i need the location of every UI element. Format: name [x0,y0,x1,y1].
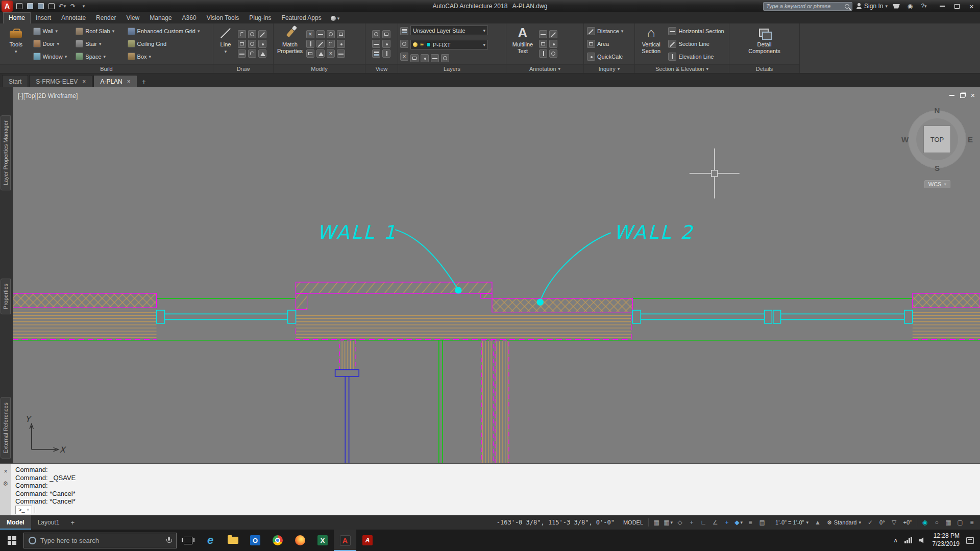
taskbar-search-input[interactable] [40,537,162,544]
acrobat-button[interactable]: A [356,530,379,551]
model-space-toggle[interactable]: MODEL [620,519,646,525]
navigation-bar-icon[interactable] [382,49,390,58]
filter-icon[interactable]: ▽ [889,517,900,528]
vertical-section-button[interactable]: ⌂ Vertical Section [637,25,665,63]
save-icon[interactable] [36,2,46,11]
action-center-icon[interactable] [966,537,974,544]
help-search-input[interactable] [766,3,843,9]
zoom-icon[interactable] [382,40,390,48]
autocad-taskbar-button[interactable]: A [334,530,356,551]
tab-plug-ins[interactable]: Plug-ins [244,13,276,23]
tab-annotate[interactable]: Annotate [56,13,91,23]
layer-properties-icon[interactable] [400,27,408,35]
annotation-visibility-icon[interactable]: ▲ [812,517,823,528]
tab-home[interactable]: Home [3,12,31,23]
outlook-button[interactable]: O [244,530,266,551]
section-line-button[interactable]: Section Line [667,39,727,49]
viewcube-top-face[interactable]: TOP [923,126,951,153]
revision-cloud-icon[interactable] [549,49,557,58]
command-history[interactable]: Command: Command: _QSAVE Command: Comman… [11,464,980,515]
minimize-button[interactable] [935,0,949,12]
named-views-icon[interactable] [382,30,390,38]
layer-properties-manager-palette[interactable]: Layer Properties Manager [1,115,11,190]
details-panel-label[interactable]: Details [729,64,799,73]
elevation-display[interactable]: +0" [900,519,915,525]
viewport-config-icon[interactable] [372,49,380,58]
annotation-scale-button[interactable]: 1'-0" = 1'-0"▾ [772,519,812,525]
tab-a-plan[interactable]: A-PLAN× [93,75,137,87]
elevation-line-button[interactable]: Elevation Line [667,52,727,62]
edge-taskbar-button[interactable]: e [199,530,222,551]
viewcube-west[interactable]: W [901,135,909,144]
close-button[interactable]: × [964,0,979,12]
new-drawing-tab-button[interactable]: + [138,76,150,87]
wall2-label[interactable]: WALL 2 [614,221,694,243]
layer-freeze-icon[interactable] [400,53,408,61]
application-menu-button[interactable]: A [2,1,13,12]
stretch-icon[interactable] [306,49,314,58]
redo-icon[interactable]: ↷ [68,2,78,11]
multiline-text-button[interactable]: A Multiline Text [508,25,537,63]
offset-icon[interactable] [337,40,345,48]
viewcube[interactable]: N S W E TOP [901,104,973,175]
explode-icon[interactable] [327,49,335,58]
help-icon[interactable]: ?▾ [919,2,929,11]
pan-icon[interactable] [372,40,380,48]
leader-icon[interactable] [549,30,557,38]
rotate-icon[interactable] [327,30,335,38]
erase-icon[interactable] [306,30,314,38]
grid-toggle-icon[interactable]: ▦ [651,517,662,528]
new-drawing-icon[interactable] [14,2,24,11]
detail-components-button[interactable]: Detail Components [745,25,785,63]
graphics-performance-icon[interactable]: ▦ [943,517,954,528]
point-icon[interactable] [258,40,266,48]
polyline-icon[interactable] [258,30,266,38]
window-button[interactable]: Window▾ [32,52,73,62]
layer-match-icon[interactable] [410,54,419,62]
taskbar-clock[interactable]: 12:28 PM 7/23/2019 [933,532,960,548]
excel-button[interactable]: X [311,530,334,551]
view-panel-label[interactable]: View [365,64,398,73]
left-wall[interactable] [13,293,157,340]
annotation-panel-label[interactable]: Annotation▾ [506,64,583,73]
roof-slab-button[interactable]: Roof Slab▾ [75,26,124,36]
chrome-button[interactable] [266,530,289,551]
ribbon-display-toggle[interactable]: ▾ [327,16,344,23]
ucs-icon[interactable]: Y X [25,414,66,455]
tab-vision-tools[interactable]: Vision Tools [202,13,244,23]
qat-customize-icon[interactable]: ▾ [79,2,89,11]
undo-icon[interactable]: ↶▾ [57,2,67,11]
table-icon[interactable] [539,40,547,48]
wall2-leader-dot[interactable] [536,298,543,305]
tab-manage[interactable]: Manage [144,13,177,23]
section-panel-label[interactable]: Section & Elevation▾ [635,64,729,73]
ceiling-grid-button[interactable]: Ceiling Grid [127,39,211,49]
circle-icon[interactable] [248,30,256,38]
scale-icon[interactable] [316,49,325,58]
ortho-toggle-icon[interactable]: ∟ [698,517,709,528]
copy-icon[interactable] [337,30,345,38]
open-icon[interactable] [25,2,35,11]
layout1-tab[interactable]: Layout1 [31,515,66,530]
hatch-icon[interactable] [238,49,246,58]
transparency-icon[interactable]: ▤ [756,517,768,528]
tag-icon[interactable] [549,40,557,48]
annotation-monitor-icon[interactable]: ✓ [865,517,876,528]
stay-connected-icon[interactable]: ◉ [905,2,915,11]
space-button[interactable]: Space▾ [75,52,124,62]
tab-start[interactable]: Start [2,75,28,87]
network-icon[interactable] [904,537,912,543]
tab-s-frmg-elev[interactable]: S-FRMG-ELEV× [29,75,92,87]
command-input[interactable]: >_ ▾ [15,506,32,514]
tab-featured-apps[interactable]: Featured Apps [277,13,327,23]
layers-panel-label[interactable]: Layers [398,64,506,73]
blue-column-entity[interactable] [335,369,359,463]
close-icon[interactable]: × [82,78,86,85]
file-explorer-button[interactable] [222,530,244,551]
dimension-icon[interactable] [539,30,547,38]
clean-screen-icon[interactable]: ▢ [954,517,966,528]
wall2-entity[interactable] [492,298,632,312]
area-button[interactable]: Area [586,39,632,49]
firefox-button[interactable] [289,530,311,551]
layer-dropdown[interactable]: ☀ P-FIXT ▾ [410,40,488,49]
